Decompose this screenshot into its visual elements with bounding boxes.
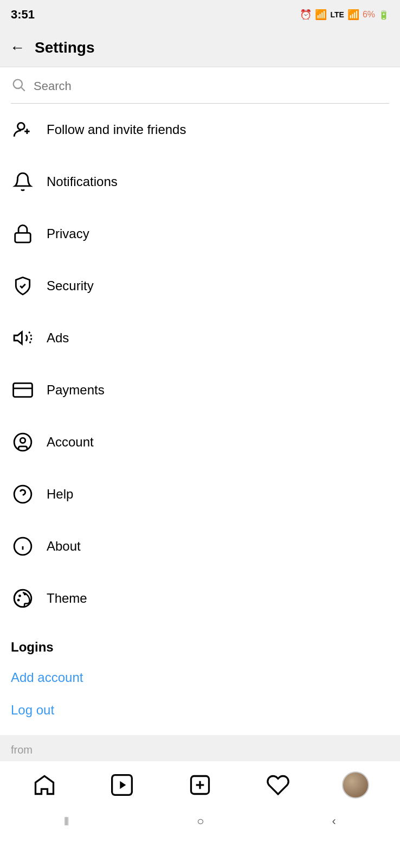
menu-label-security: Security xyxy=(47,278,94,293)
svg-point-19 xyxy=(17,599,20,602)
back-button[interactable]: ← xyxy=(10,39,25,56)
menu-label-privacy: Privacy xyxy=(47,226,89,241)
bottom-nav xyxy=(0,761,400,807)
menu-label-theme: Theme xyxy=(47,591,87,606)
svg-line-1 xyxy=(21,87,24,91)
battery-icon: 🔋 xyxy=(378,10,389,20)
menu-item-privacy[interactable]: Privacy xyxy=(11,208,389,260)
menu-item-theme[interactable]: Theme xyxy=(11,572,389,624)
status-time: 3:51 xyxy=(11,8,35,22)
svg-point-11 xyxy=(14,486,31,503)
follow-icon xyxy=(11,118,35,142)
search-icon xyxy=(11,77,26,95)
lte-icon: LTE xyxy=(330,10,344,19)
logins-title: Logins xyxy=(11,640,389,655)
svg-marker-21 xyxy=(120,781,126,789)
search-container xyxy=(0,67,400,104)
signal-icon: 📶 xyxy=(315,9,327,21)
menu-label-follow: Follow and invite friends xyxy=(47,122,186,137)
menu-label-help: Help xyxy=(47,487,73,502)
lock-icon xyxy=(11,222,35,246)
header: ← Settings xyxy=(0,28,400,67)
menu-label-account: Account xyxy=(47,435,94,450)
from-bar: from xyxy=(0,735,400,761)
search-bar xyxy=(11,77,389,104)
menu-item-payments[interactable]: Payments xyxy=(11,364,389,416)
android-menu-button[interactable]: ⦀ xyxy=(64,814,69,828)
from-text: from xyxy=(11,744,33,756)
menu-label-payments: Payments xyxy=(47,382,105,398)
status-bar: 3:51 ⏰ 📶 LTE 📶 6% 🔋 xyxy=(0,0,400,28)
person-circle-icon xyxy=(11,430,35,454)
svg-rect-5 xyxy=(15,233,31,242)
menu-item-security[interactable]: Security xyxy=(11,260,389,312)
menu-item-account[interactable]: Account xyxy=(11,416,389,468)
battery-percent: 6% xyxy=(363,10,375,20)
nav-new-post-button[interactable] xyxy=(186,771,214,799)
megaphone-icon xyxy=(11,326,35,350)
info-circle-icon xyxy=(11,534,35,558)
palette-icon xyxy=(11,586,35,610)
nav-profile-button[interactable] xyxy=(341,771,370,799)
svg-point-9 xyxy=(14,433,31,451)
svg-rect-7 xyxy=(14,383,33,397)
help-circle-icon xyxy=(11,482,35,506)
status-icons: ⏰ 📶 LTE 📶 6% 🔋 xyxy=(300,9,389,21)
menu-list: Follow and invite friends Notifications … xyxy=(0,104,400,624)
svg-point-17 xyxy=(18,595,21,597)
svg-point-0 xyxy=(14,80,22,88)
page-title: Settings xyxy=(35,39,94,56)
bell-icon xyxy=(11,170,35,194)
log-out-button[interactable]: Log out xyxy=(11,703,389,718)
svg-point-18 xyxy=(24,593,27,596)
signal2-icon: 📶 xyxy=(347,9,359,21)
menu-item-follow[interactable]: Follow and invite friends xyxy=(11,104,389,156)
menu-item-help[interactable]: Help xyxy=(11,468,389,520)
shield-icon xyxy=(11,274,35,298)
card-icon xyxy=(11,378,35,402)
android-nav: ⦀ ○ ‹ xyxy=(0,807,400,838)
menu-item-about[interactable]: About xyxy=(11,520,389,572)
menu-label-ads: Ads xyxy=(47,330,69,346)
svg-point-10 xyxy=(20,438,25,443)
android-back-button[interactable]: ‹ xyxy=(332,814,336,828)
android-home-button[interactable]: ○ xyxy=(197,814,204,828)
profile-avatar xyxy=(342,771,369,799)
svg-marker-6 xyxy=(14,332,22,344)
menu-item-ads[interactable]: Ads xyxy=(11,312,389,364)
nav-home-button[interactable] xyxy=(30,771,59,799)
svg-point-2 xyxy=(18,123,25,130)
alarm-icon: ⏰ xyxy=(300,9,312,21)
menu-label-about: About xyxy=(47,539,81,554)
nav-activity-button[interactable] xyxy=(264,771,292,799)
search-input[interactable] xyxy=(34,79,389,93)
nav-reels-button[interactable] xyxy=(108,771,136,799)
menu-label-notifications: Notifications xyxy=(47,174,118,189)
add-account-button[interactable]: Add account xyxy=(11,670,389,685)
menu-item-notifications[interactable]: Notifications xyxy=(11,156,389,208)
logins-section: Logins Add account Log out xyxy=(0,624,400,718)
